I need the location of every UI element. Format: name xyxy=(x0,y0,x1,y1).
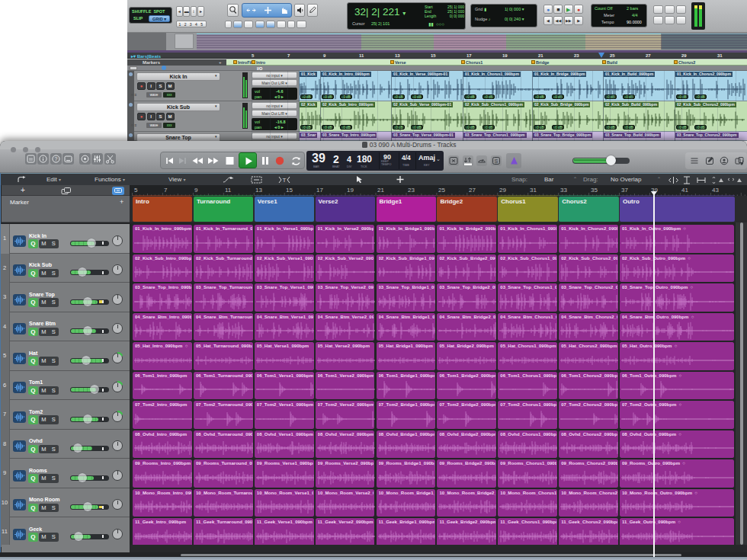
svg-text:?: ? xyxy=(54,156,57,162)
svg-text:T: T xyxy=(283,177,287,184)
svg-text:S: S xyxy=(495,158,499,164)
